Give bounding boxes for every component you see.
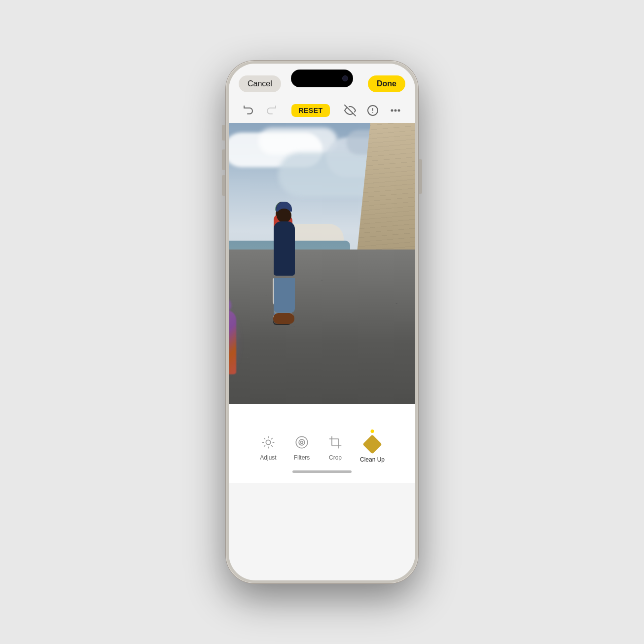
toolbar-right-group	[342, 103, 403, 118]
edit-toolbar: RESET	[229, 98, 415, 123]
adjust-tool[interactable]: Adjust	[259, 433, 277, 461]
family-group	[273, 202, 382, 325]
filters-icon	[293, 433, 311, 451]
svg-line-13	[272, 446, 273, 447]
svg-line-14	[264, 446, 265, 447]
done-button[interactable]: Done	[368, 75, 405, 92]
filters-label: Filters	[294, 454, 310, 461]
bottom-toolbar: Adjust Filters	[259, 433, 385, 468]
phone-screen: Cancel Done RESET	[229, 64, 415, 580]
cleanup-label: Clean Up	[360, 456, 385, 463]
cleanup-active-dot	[371, 429, 374, 433]
filters-tool[interactable]: Filters	[293, 433, 311, 461]
ghost-subject	[229, 310, 236, 374]
svg-point-17	[299, 439, 305, 445]
cleanup-tool[interactable]: Clean Up	[360, 433, 385, 463]
reset-button[interactable]: RESET	[291, 104, 329, 117]
svg-point-5	[395, 110, 396, 111]
undo-button[interactable]	[241, 103, 256, 118]
adjust-label: Adjust	[260, 454, 276, 461]
bottom-panel: Adjust Filters	[229, 404, 415, 483]
cleanup-icon	[363, 435, 381, 453]
mute-button[interactable]	[222, 125, 225, 141]
svg-point-18	[301, 441, 303, 444]
person-3	[273, 392, 292, 404]
volume-up-button[interactable]	[222, 149, 225, 170]
crop-icon	[326, 433, 344, 451]
redo-button[interactable]	[263, 103, 279, 118]
home-indicator	[292, 470, 352, 473]
volume-down-button[interactable]	[222, 175, 225, 196]
hide-icon[interactable]	[342, 103, 358, 118]
power-button[interactable]	[419, 159, 422, 194]
front-camera	[342, 75, 348, 81]
photo-area[interactable]: Adjust Filters	[229, 123, 415, 580]
cloud-2	[258, 128, 337, 155]
cancel-button[interactable]: Cancel	[239, 75, 281, 92]
toolbar-left-group	[241, 103, 279, 118]
svg-rect-19	[332, 439, 339, 446]
markup-icon[interactable]	[365, 103, 381, 118]
photo-canvas	[229, 123, 415, 404]
svg-line-12	[264, 438, 265, 439]
phone-frame: Cancel Done RESET	[226, 61, 418, 583]
svg-point-4	[392, 110, 393, 111]
dynamic-island	[291, 70, 353, 87]
crop-label: Crop	[329, 454, 342, 461]
adjust-icon	[259, 433, 277, 451]
svg-line-15	[272, 438, 273, 439]
more-icon[interactable]	[388, 103, 403, 118]
svg-point-6	[398, 110, 400, 111]
svg-point-16	[296, 436, 307, 448]
crop-tool[interactable]: Crop	[326, 433, 344, 461]
svg-point-7	[266, 440, 270, 444]
